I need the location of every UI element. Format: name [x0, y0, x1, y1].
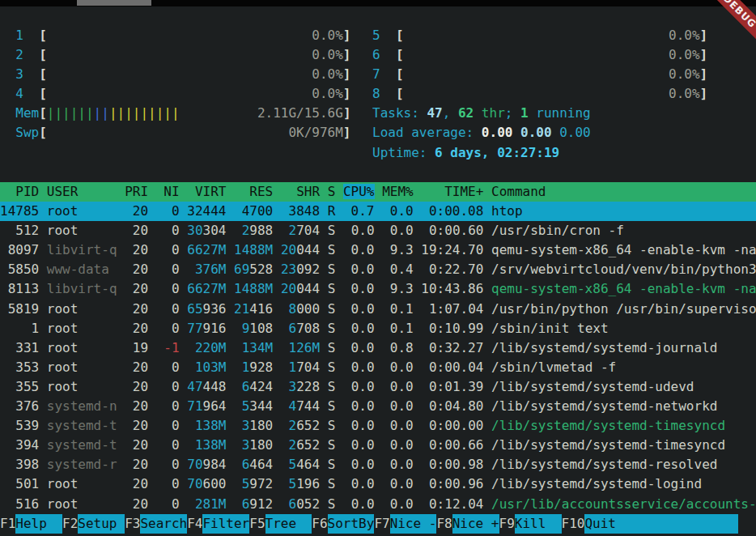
fkey-action-label: Nice - [390, 514, 437, 534]
column-header-shr[interactable]: SHR [281, 184, 320, 199]
cpu-meter-4: 4 [ 0.0%] [0, 84, 351, 104]
fkey-f8[interactable]: F8Nice + [436, 514, 499, 534]
fkey-bar-filler [631, 514, 738, 534]
process-row-376[interactable]: 376 systemd-n 20 0 71964 5344 4744 S 0.0… [0, 397, 756, 416]
process-row-5819[interactable]: 5819 root 20 0 65936 21416 8000 S 0.0 0.… [0, 300, 756, 319]
cpu-meter-8: 8 [ 0.0%] [372, 84, 707, 104]
process-row-539[interactable]: 539 systemd-t 20 0 138M 3180 2652 S 0.0 … [0, 416, 756, 436]
fkey-f6[interactable]: F6SortBy [312, 514, 374, 534]
fkey-action-label: Search [140, 514, 187, 534]
column-header-pid[interactable]: PID [0, 184, 39, 199]
column-header-command[interactable]: Command [491, 184, 546, 199]
window-top-strip [0, 0, 756, 6]
column-header-virt[interactable]: VIRT [187, 184, 226, 199]
uptime: Uptime: 6 days, 02:27:19 [372, 143, 707, 163]
process-row-516[interactable]: 516 root 20 0 281M 6912 6052 S 0.0 0.0 0… [0, 495, 756, 514]
swap-meter: Swp[ 0K/976M] [0, 123, 351, 143]
fkey-action-label: Setup [78, 514, 125, 534]
cpu-meter-2: 2 [ 0.0%] [0, 45, 351, 65]
fkey-key-label: F7 [374, 514, 389, 534]
fkey-f9[interactable]: F9Kill [499, 514, 562, 534]
column-header-s[interactable]: S [328, 184, 336, 199]
column-header-ni[interactable]: NI [156, 184, 180, 199]
process-row-331[interactable]: 331 root 19 -1 220M 134M 126M S 0.0 0.8 … [0, 338, 756, 358]
fkey-f4[interactable]: F4Filter [187, 514, 249, 534]
fkey-action-label: Help [15, 514, 62, 534]
fkey-key-label: F9 [499, 514, 515, 534]
fkey-f7[interactable]: F7Nice - [374, 514, 436, 534]
column-header-mem[interactable]: MEM% [382, 184, 414, 199]
fkey-f2[interactable]: F2Setup [62, 514, 125, 534]
cpu-meter-1: 1 [ 0.0%] [0, 26, 351, 45]
cpu-meter-7: 7 [ 0.0%] [372, 65, 707, 84]
htop-screen: 1 [ 0.0%] 2 [ 0.0%] 3 [ 0.0%] 4 [ 0.0%] … [0, 0, 756, 536]
process-row-8113[interactable]: 8113 libvirt-q 20 0 6627M 1488M 20044 S … [0, 279, 756, 299]
fkey-action-label: Kill [515, 514, 562, 534]
fkey-action-label: Nice + [452, 514, 499, 534]
fkey-f1[interactable]: F1Help [0, 514, 62, 534]
column-header-cpu[interactable]: CPU% [343, 184, 375, 199]
cpu-meter-6: 6 [ 0.0%] [372, 45, 707, 65]
fkey-key-label: F2 [62, 514, 78, 534]
fkey-action-label: Filter [202, 514, 249, 534]
fkey-action-label: Tree [265, 514, 312, 534]
fkey-key-label: F3 [125, 514, 140, 534]
fkey-key-label: F4 [187, 514, 202, 534]
fkey-key-label: F6 [312, 514, 327, 534]
table-header-row: PID USER PRI NI VIRT RES SHR S CPU% MEM%… [0, 182, 756, 202]
function-key-bar: F1Help F2Setup F3SearchF4FilterF5Tree F6… [0, 514, 738, 534]
cpu-meter-5: 5 [ 0.0%] [372, 26, 707, 45]
fkey-f3[interactable]: F3Search [125, 514, 187, 534]
process-row-394[interactable]: 394 systemd-t 20 0 138M 3180 2652 S 0.0 … [0, 436, 756, 455]
column-header-time[interactable]: TIME+ [421, 184, 483, 199]
fkey-f5[interactable]: F5Tree [249, 514, 312, 534]
fkey-key-label: F5 [249, 514, 265, 534]
fkey-key-label: F1 [0, 514, 15, 534]
process-row-353[interactable]: 353 root 20 0 103M 1928 1704 S 0.0 0.0 0… [0, 358, 756, 377]
fkey-action-label: Quit [584, 514, 631, 534]
process-row-8097[interactable]: 8097 libvirt-q 20 0 6627M 1488M 20044 S … [0, 240, 756, 260]
column-header-user[interactable]: USER [47, 184, 117, 199]
process-row-355[interactable]: 355 root 20 0 47448 6424 3228 S 0.0 0.0 … [0, 377, 756, 397]
scrollbar-thumb[interactable] [77, 0, 151, 6]
meters-right-column: 5 [ 0.0%]6 [ 0.0%]7 [ 0.0%]8 [ 0.0%]Task… [372, 26, 707, 163]
htop-terminal: 1 [ 0.0%] 2 [ 0.0%] 3 [ 0.0%] 4 [ 0.0%] … [0, 6, 756, 536]
process-row-5850[interactable]: 5850 www-data 20 0 376M 69528 23092 S 0.… [0, 260, 756, 279]
mem-meter: Mem[||||||||||||||||| 2.11G/15.6G] [0, 104, 351, 123]
process-row-512[interactable]: 512 root 20 0 30304 2988 2704 S 0.0 0.0 … [0, 221, 756, 240]
fkey-key-label: F10 [562, 514, 585, 534]
column-header-res[interactable]: RES [234, 184, 273, 199]
process-row-398[interactable]: 398 systemd-r 20 0 70984 6464 5464 S 0.0… [0, 455, 756, 474]
process-row-1[interactable]: 1 root 20 0 77916 9108 6708 S 0.0 0.1 0:… [0, 319, 756, 338]
fkey-f10[interactable]: F10Quit [562, 514, 632, 534]
process-row-14785[interactable]: 14785 root 20 0 32444 4700 3848 R 0.7 0.… [0, 202, 756, 221]
process-row-501[interactable]: 501 root 20 0 70600 5972 5196 S 0.0 0.0 … [0, 474, 756, 494]
process-table: PID USER PRI NI VIRT RES SHR S CPU% MEM%… [0, 182, 756, 514]
fkey-key-label: F8 [436, 514, 452, 534]
fkey-action-label: SortBy [328, 514, 375, 534]
load-average: Load average: 0.00 0.00 0.00 [372, 123, 707, 143]
tasks-summary: Tasks: 47, 62 thr; 1 running [372, 104, 707, 123]
meters-left-column: 1 [ 0.0%] 2 [ 0.0%] 3 [ 0.0%] 4 [ 0.0%] … [0, 26, 351, 143]
cpu-meter-3: 3 [ 0.0%] [0, 65, 351, 84]
column-header-pri[interactable]: PRI [125, 184, 148, 199]
